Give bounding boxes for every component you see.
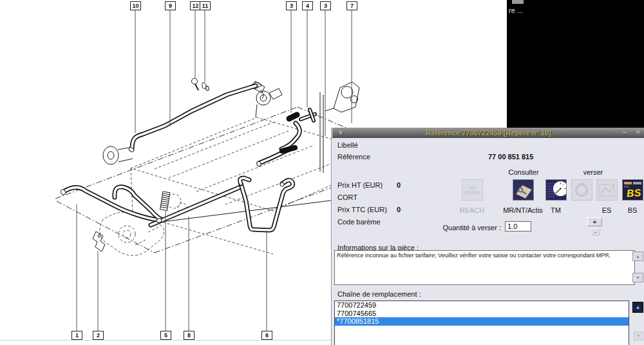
callout-7[interactable]: 7 [346,1,357,10]
callout-11[interactable]: 11 [200,1,211,10]
es-tile-label: ES [602,206,612,214]
close-button[interactable]: ✕ [634,128,643,135]
callout-1[interactable]: 1 [71,331,82,340]
dialog-title: Référence 7700722459 [Repère n° 10] [332,129,644,137]
bs-button[interactable]: BS [622,179,643,201]
list-scroll-down-icon[interactable]: ▼ [634,331,643,340]
code-bareme-label: Code barème [337,218,381,226]
reach-icon-text2: REACH [465,190,480,195]
tm-button[interactable] [545,179,567,201]
callout-9[interactable]: 9 [165,1,176,10]
reach-icon-text1: Info [469,186,476,190]
mrnt-tile-label: MR/NT/Actis [503,206,543,214]
reach-tile-label: REACH [460,206,485,214]
callout-4[interactable]: 4 [302,1,313,10]
svg-text:BS: BS [626,187,641,199]
reference-value: 77 00 851 815 [488,153,533,161]
cort-label: CORT [337,193,357,201]
window-edge-line [0,340,332,340]
console-text: re ... [509,6,523,14]
prix-ht-value: 0 [397,181,401,189]
manual-wrench-icon [513,180,533,200]
screen: 10 9 12 11 3 4 3 7 1 2 5 8 6 re ... ∨ Ré… [0,0,644,345]
prix-ht-label: Prix HT (EUR) [337,181,383,189]
reach-button: Info REACH [462,179,483,201]
chain-label: Chaîne de remplacement : [337,290,421,298]
callout-5[interactable]: 5 [160,331,171,340]
gauge-icon [546,180,566,200]
list-item[interactable]: 7700722459 [335,301,629,310]
bs-icon: BS [623,180,643,200]
minimize-button[interactable]: – [620,128,629,135]
callout-3a[interactable]: 3 [286,1,297,10]
verser-group-label: verser [583,168,603,176]
parts-diagram [0,0,361,345]
quantity-label: Quantité à verser : [410,224,501,232]
libelle-label: Libellé [337,141,358,149]
prix-ttc-label: Prix TTC (EUR) [337,206,387,213]
reference-label: Référence [337,153,370,161]
verser-disabled-button [571,179,592,201]
callout-6[interactable]: 6 [261,331,272,340]
list-item-selected[interactable]: *7700851815 [335,317,629,326]
callout-10[interactable]: 10 [130,1,141,10]
console-chip [512,0,524,4]
quantity-minus-button[interactable]: - [591,228,600,235]
es-button [596,179,618,201]
reference-dialog: ∨ Référence 7700722459 [Repère n° 10] – … [332,128,644,345]
callout-3b[interactable]: 3 [320,1,331,10]
ghost-container-icon [572,180,592,200]
tm-tile-label: TM [551,206,561,214]
dialog-titlebar: ∨ Référence 7700722459 [Repère n° 10] – … [332,128,644,138]
list-scroll-up-icon[interactable]: ▲ [632,302,643,313]
quantity-input[interactable] [505,221,531,232]
consulter-group-label: Consulter [508,168,538,176]
prix-ttc-value: 0 [397,206,401,213]
list-item[interactable]: 7700745665 [335,310,629,318]
mrnt-actis-button[interactable] [513,179,534,201]
part-info-textarea[interactable]: Référence inconnue au fichier tarifaire;… [334,250,635,285]
es-map-icon [597,180,617,200]
console-window: re ... [507,0,644,128]
info-scroll-down-icon[interactable]: ▼ [632,273,643,282]
quantity-plus-button[interactable]: + [587,217,602,226]
replacement-chain-list: 7700722459 7700745665 *7700851815 [334,301,629,345]
bs-tile-label: BS [628,206,638,214]
info-scroll-up-icon[interactable]: ▲ [632,251,643,261]
callout-2[interactable]: 2 [93,331,104,340]
callout-8[interactable]: 8 [184,331,194,340]
